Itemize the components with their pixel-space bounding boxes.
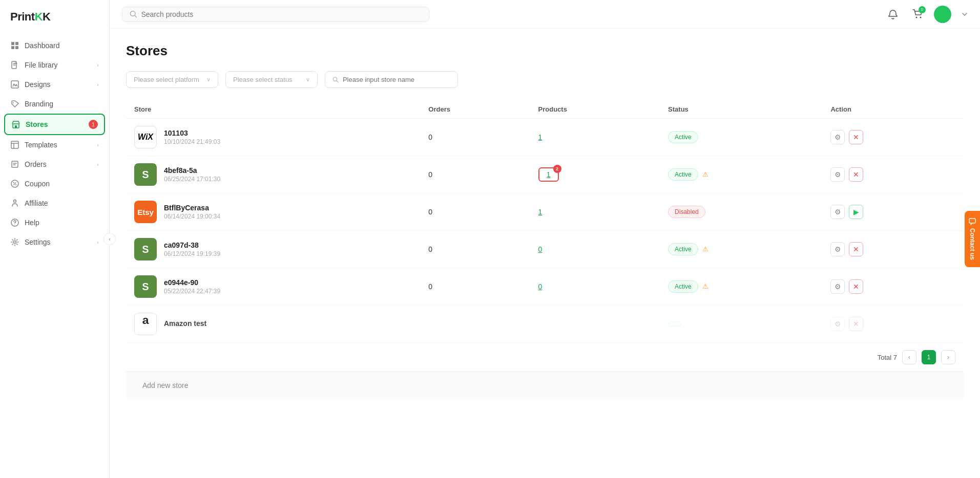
svg-point-6: [13, 102, 14, 103]
enable-action-button[interactable]: ▶: [849, 205, 863, 219]
logo: PrintKK: [0, 0, 109, 32]
sidebar-item-affiliate[interactable]: Affiliate: [0, 193, 109, 213]
svg-rect-3: [15, 46, 18, 49]
topbar: 0: [110, 0, 980, 29]
products-link[interactable]: 0: [538, 245, 543, 253]
platform-filter[interactable]: Please select platform ∨: [126, 71, 218, 88]
store-date: 06/14/2024 19:00:34: [164, 213, 220, 220]
delete-action-button[interactable]: ✕: [849, 130, 863, 144]
sidebar-collapse-button[interactable]: ‹: [103, 233, 116, 245]
design-icon: [10, 80, 19, 89]
store-icon: [11, 120, 20, 129]
sidebar-item-label: File library: [25, 61, 92, 69]
svg-point-17: [916, 16, 918, 18]
settings-action-button[interactable]: ⚙: [830, 205, 845, 219]
orders-count: 0: [420, 268, 530, 306]
sidebar-item-designs[interactable]: Designs ›: [0, 75, 109, 94]
coupon-icon: [10, 179, 19, 188]
sidebar-item-label: Templates: [25, 141, 92, 149]
settings-action-button[interactable]: ⚙: [830, 242, 845, 256]
sidebar-item-label: Coupon: [25, 180, 99, 188]
status-badge: Active: [668, 243, 698, 255]
products-link[interactable]: 1: [538, 133, 543, 141]
table-footer: Total 7 ‹ 1 ›: [126, 343, 964, 372]
shopify-logo: S: [134, 238, 157, 260]
store-name: e0944e-90: [164, 278, 220, 287]
contact-us-button[interactable]: Contact us: [965, 211, 980, 267]
col-orders: Orders: [420, 100, 530, 119]
delete-action-button[interactable]: ✕: [849, 279, 863, 294]
status-filter[interactable]: Please select status ∨: [225, 71, 318, 88]
sidebar: PrintKK Dashboard File library › Designs…: [0, 0, 110, 478]
chevron-right-icon: ›: [97, 62, 99, 68]
sidebar-item-label: Dashboard: [25, 41, 99, 50]
add-store-label: Add new store: [142, 381, 189, 389]
sidebar-item-orders[interactable]: Orders ›: [0, 155, 109, 174]
action-icons: ⚙ ✕: [830, 279, 955, 294]
orders-count: [420, 306, 530, 343]
prev-page-button[interactable]: ‹: [902, 350, 916, 364]
table-row: a Amazon test: [126, 306, 964, 343]
page-title: Stores: [126, 43, 964, 59]
store-date: 10/10/2024 21:49:03: [164, 138, 220, 145]
delete-action-button[interactable]: ✕: [849, 242, 863, 256]
products-link[interactable]: 1: [547, 170, 551, 179]
store-name-input[interactable]: [343, 76, 450, 83]
add-store-bar[interactable]: Add new store: [126, 372, 964, 399]
store-date: 05/22/2024 22:47:39: [164, 288, 220, 295]
logo-text: PrintKK: [10, 10, 50, 24]
stores-badge: 1: [89, 120, 98, 129]
delete-action-button[interactable]: ✕: [849, 317, 863, 331]
settings-action-button[interactable]: ⚙: [830, 317, 845, 331]
table-row: S e0944e-90 05/22/2024 22:47:39 0 0 Acti…: [126, 268, 964, 306]
warning-icon[interactable]: ⚠: [702, 245, 708, 253]
notification-button[interactable]: [885, 6, 901, 23]
filters-bar: Please select platform ∨ Please select s…: [126, 71, 964, 88]
settings-action-button[interactable]: ⚙: [830, 130, 845, 144]
template-icon: [10, 140, 19, 149]
search-icon: [332, 76, 339, 83]
svg-rect-8: [15, 125, 17, 128]
col-products: Products: [530, 100, 660, 119]
products-link[interactable]: 0: [538, 283, 543, 291]
sidebar-item-branding[interactable]: Branding: [0, 94, 109, 114]
sidebar-item-templates[interactable]: Templates ›: [0, 135, 109, 155]
status-badge: [668, 321, 681, 327]
products-link[interactable]: 1: [538, 208, 543, 216]
status-badge: Active: [668, 131, 698, 143]
total-count: Total 7: [878, 354, 897, 361]
col-status: Status: [660, 100, 822, 119]
sidebar-item-label: Stores: [26, 120, 81, 128]
username-button[interactable]: [960, 11, 968, 17]
store-name-filter[interactable]: [325, 71, 458, 88]
sidebar-item-dashboard[interactable]: Dashboard: [0, 36, 109, 55]
orders-count: 0: [420, 156, 530, 193]
contact-us-label: Contact us: [969, 228, 976, 260]
svg-rect-2: [11, 46, 14, 49]
sidebar-item-coupon[interactable]: Coupon: [0, 174, 109, 193]
page-1-button[interactable]: 1: [922, 350, 936, 364]
search-bar[interactable]: [122, 7, 429, 22]
sidebar-item-stores[interactable]: Stores 1: [4, 114, 105, 135]
shopify-logo: S: [134, 275, 157, 298]
sidebar-item-file-library[interactable]: File library ›: [0, 55, 109, 75]
cart-button[interactable]: 0: [909, 6, 926, 23]
settings-action-button[interactable]: ⚙: [830, 167, 845, 182]
search-input[interactable]: [141, 10, 422, 18]
status-badge: Disabled: [668, 206, 705, 218]
store-name: 101103: [164, 129, 220, 137]
etsy-logo: Etsy: [134, 201, 157, 223]
settings-action-button[interactable]: ⚙: [830, 279, 845, 294]
warning-icon[interactable]: ⚠: [702, 170, 708, 178]
svg-rect-10: [12, 161, 18, 167]
next-page-button[interactable]: ›: [941, 350, 955, 364]
chevron-right-icon: ›: [97, 142, 99, 148]
sidebar-item-settings[interactable]: Settings ›: [0, 232, 109, 252]
store-name: Amazon test: [164, 319, 206, 328]
delete-action-button[interactable]: ✕: [849, 167, 863, 182]
warning-icon[interactable]: ⚠: [702, 283, 708, 290]
tag-icon: [10, 99, 19, 108]
sidebar-item-help[interactable]: Help: [0, 213, 109, 232]
orders-icon: [10, 160, 19, 169]
products-highlight-cell: 2 1: [538, 167, 559, 182]
